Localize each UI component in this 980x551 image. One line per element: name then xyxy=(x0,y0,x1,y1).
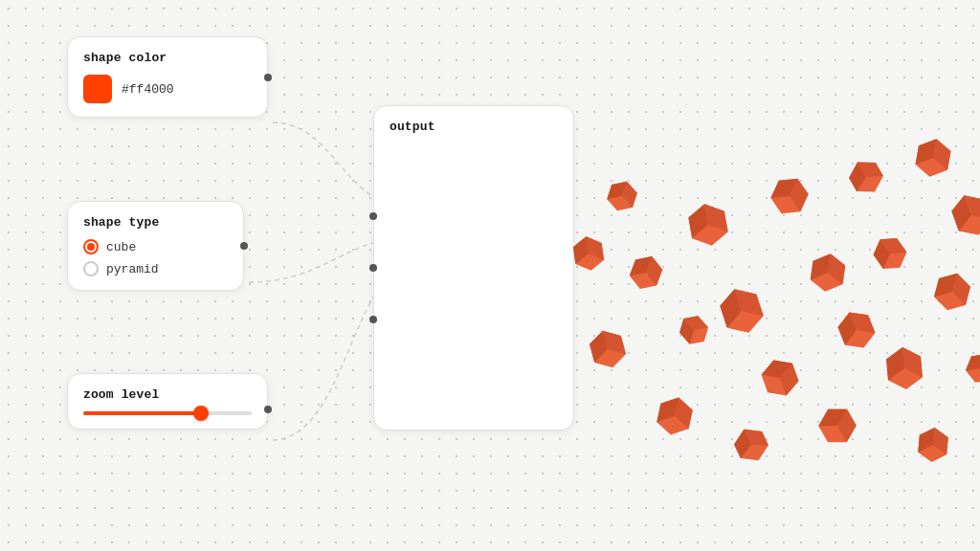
cubes-scene xyxy=(550,81,980,483)
radio-outer-pyramid[interactable] xyxy=(83,261,99,276)
shape-type-options: cube pyramid xyxy=(83,239,228,276)
output-input-connector-2[interactable] xyxy=(369,264,377,272)
zoom-level-card: zoom level xyxy=(67,373,268,430)
output-input-connector-3[interactable] xyxy=(369,316,377,323)
zoom-output-connector[interactable] xyxy=(264,406,272,413)
shape-color-title: shape color xyxy=(83,51,252,65)
output-input-connector-1[interactable] xyxy=(369,212,377,220)
shape-type-title: shape type xyxy=(83,215,228,230)
shape-color-card: shape color #ff4000 xyxy=(67,36,268,118)
shape-type-card: shape type cube pyramid xyxy=(67,201,244,291)
radio-label-cube: cube xyxy=(106,240,136,254)
radio-outer-cube[interactable] xyxy=(83,239,99,254)
radio-cube[interactable]: cube xyxy=(83,239,228,254)
radio-pyramid[interactable]: pyramid xyxy=(83,261,228,276)
output-card: output xyxy=(373,105,574,430)
color-swatch[interactable] xyxy=(83,75,112,103)
radio-label-pyramid: pyramid xyxy=(106,262,159,276)
zoom-slider-thumb[interactable] xyxy=(193,406,209,421)
output-title: output xyxy=(390,120,558,134)
zoom-slider-fill xyxy=(83,411,201,415)
color-hex-value: #ff4000 xyxy=(122,82,174,97)
color-row: #ff4000 xyxy=(83,75,252,103)
color-output-connector[interactable] xyxy=(264,74,272,81)
zoom-slider-track[interactable] xyxy=(83,411,252,415)
type-output-connector[interactable] xyxy=(240,242,248,250)
zoom-level-title: zoom level xyxy=(83,387,252,402)
radio-inner-cube xyxy=(87,243,95,251)
